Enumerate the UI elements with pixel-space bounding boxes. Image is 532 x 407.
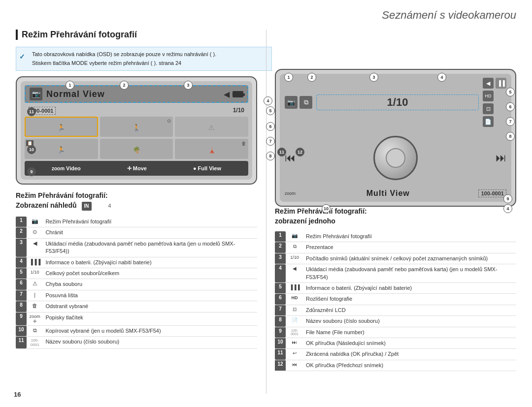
row-icon: ↩ <box>286 349 303 360</box>
rcam-zoom-label: zoom <box>285 191 296 196</box>
sub-heading-right: Režim Přehrávání fotografií: zobrazení j… <box>275 207 367 226</box>
table-row: 11 100-0001 Název souboru (číslo souboru… <box>16 336 257 348</box>
cam-screen-left: 📷 Normal View ◀ 100-0001 1/10 ⊙ 📋 <box>21 81 252 180</box>
table-row: 6 HD Rozlišení fotografie <box>275 294 516 305</box>
row-icon: 1/10 <box>27 268 43 279</box>
rcam-circle-inner <box>386 148 405 168</box>
right-camera-mockup: 📷 ⧉ 1/10 ◀ ▐▐ HD ⊡ 📄 <box>275 69 516 207</box>
left-camera-mockup: 📷 Normal View ◀ 100-0001 1/10 ⊙ 📋 <box>16 76 257 185</box>
left-info-table: 1 📷 Režim Přehrávání fotografií 2 ⊙ Chrá… <box>16 217 257 349</box>
row-desc: Počítadlo snímků (aktuální snímek / celk… <box>303 253 516 264</box>
table-row: 5 1/10 Celkový počet souborů/celkem <box>16 268 257 279</box>
rcam-arrow-icon: ◀ <box>483 78 494 89</box>
callout-3-left: 3 <box>184 81 193 90</box>
row-icon: HD <box>286 294 303 305</box>
rcam-right-row2: HD <box>483 91 506 101</box>
row-num: 7 <box>275 305 286 315</box>
callout-6-left: 6 <box>266 122 275 131</box>
rcam-next-icon[interactable]: ⏭ <box>496 152 506 164</box>
row-desc: Posuvná lišta <box>43 290 257 301</box>
zoom-icon: zoom <box>52 166 65 171</box>
table-row: 8 📄 Název souboru (číslo souboru) <box>275 316 516 327</box>
row-desc: Rozlišení fotografie <box>303 294 516 305</box>
row-icon: ⊙ <box>27 227 43 238</box>
rcam-left-icons: 📷 ⧉ <box>285 96 312 109</box>
callout-4-label-left: 4 <box>108 203 111 209</box>
row-num: 6 <box>16 279 27 290</box>
table-row: 4 ▐▐▐ Informace o baterii. (Zbývající na… <box>16 257 257 268</box>
vertical-divider <box>266 30 266 394</box>
row-icon: ⏮ <box>286 360 303 371</box>
row-num: 10 <box>16 325 27 336</box>
in-icon-left: IN <box>82 202 92 211</box>
row-desc: Chyba souboru <box>43 279 257 290</box>
callout-7-right: 7 <box>506 117 515 126</box>
row-desc: File Name (File number) <box>303 327 516 338</box>
callout-7-left: 7 <box>266 137 275 146</box>
rcam-control-circle <box>373 136 418 180</box>
row-num: 2 <box>16 227 27 238</box>
table-row: 1 📷 Režim Přehrávání fotografií <box>275 231 516 242</box>
row-desc: Prezentace <box>303 242 516 253</box>
sub-left-line2: Zobrazení náhledů <box>16 201 77 209</box>
sub-heading-left: Režim Přehrávání fotografií: Zobrazení n… <box>16 191 111 211</box>
right-info-table: 1 📷 Režim Přehrávání fotografií 2 ⧉ Prez… <box>275 231 516 371</box>
row-icon: ⧉ <box>27 325 43 336</box>
cam-arrow-icon: ◀ <box>224 90 230 99</box>
circle-icon: ● <box>193 165 197 171</box>
row-num: 8 <box>275 316 286 327</box>
row-num: 2 <box>275 242 286 253</box>
row-num: 3 <box>16 238 27 257</box>
row-icon: ⏭ <box>286 338 303 348</box>
cam-counter-left: 1/10 <box>233 107 244 114</box>
sub-left-line1: Režim Přehrávání fotografií: <box>16 191 108 199</box>
row-icon: 100-0001 <box>27 336 43 348</box>
row-desc: Odstranit vybrané <box>43 301 257 312</box>
table-row: 10 ⏭ OK příručka (Následující snímek) <box>275 338 516 348</box>
cam-thumb-3 <box>175 117 248 137</box>
row-icon: ⚠ <box>27 279 43 290</box>
row-num: 7 <box>16 290 27 301</box>
callout-2-left: 2 <box>120 81 129 90</box>
cam-bottom-move: ✛ Move <box>127 165 147 172</box>
row-icon: ⧉ <box>286 242 303 253</box>
cam-fullview-label: Full View <box>198 165 221 171</box>
callout-11-right: 11 <box>277 148 286 157</box>
row-icon: ▐▐▐ <box>27 257 43 268</box>
row-desc: Celkový počet souborů/celkem <box>43 268 257 279</box>
row-num: 3 <box>275 253 286 264</box>
rcam-multiview-label: Multi View <box>366 189 410 198</box>
callout-8-left: 8 <box>266 152 275 160</box>
table-row: 9 zoom ✛ Popisky tlačítek <box>16 312 257 325</box>
row-num: 11 <box>275 349 286 360</box>
row-icon: ▐▐▐ <box>286 282 303 293</box>
row-icon: 100-0001 <box>286 327 303 338</box>
rcam-photo-icon: 📷 <box>285 96 298 109</box>
rcam-middle: ⏮ ⏭ <box>280 129 511 187</box>
rcam-filename: 100-0001 <box>478 189 506 197</box>
callout-5-right: 5 <box>506 88 515 96</box>
callout-10-right: 10 <box>322 204 331 213</box>
row-num: 9 <box>16 312 27 325</box>
rcam-prev-icon[interactable]: ⏮ <box>285 152 296 164</box>
rcam-counter-display: 1/10 <box>316 94 479 110</box>
row-desc: Popisky tlačítek <box>43 312 257 325</box>
row-desc: Název souboru (číslo souboru) <box>43 336 257 348</box>
rcam-bottom-row: zoom Multi View 100-0001 <box>280 187 511 202</box>
rcam-right-row1: ◀ ▐▐ <box>483 78 506 89</box>
row-desc: Ukládací média (zabudovaná paměť nebo pa… <box>303 264 516 283</box>
move-icon: ✛ <box>127 165 132 172</box>
row-num: 1 <box>16 217 27 227</box>
row-num: 5 <box>275 282 286 293</box>
row-num: 5 <box>16 268 27 279</box>
row-desc: Zkrácená nabídka (OK příručka) / Zpět <box>303 349 516 360</box>
table-row: 1 📷 Režim Přehrávání fotografií <box>16 217 257 227</box>
row-desc: Zdůraznění LCD <box>303 305 516 315</box>
row-icon: 📷 <box>27 217 43 227</box>
callout-12-right: 12 <box>296 148 304 157</box>
row-icon: | <box>27 290 43 301</box>
row-num: 8 <box>16 301 27 312</box>
rcam-lcd-icon: ⊡ <box>483 103 494 114</box>
cam-mode-icon: 📷 <box>30 88 42 100</box>
callout-9-right: 9 <box>503 194 512 203</box>
